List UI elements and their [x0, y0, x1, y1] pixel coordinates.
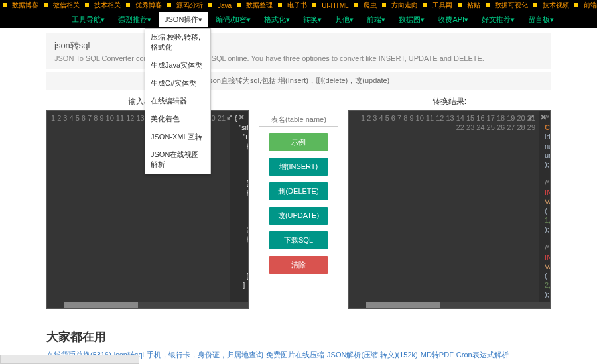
bookmark-item[interactable]: 技术视频 [543, 1, 569, 10]
bookmark-item[interactable]: 优秀博客 [135, 1, 162, 10]
scrollbar-horizontal[interactable] [64, 302, 248, 308]
bookmark-item[interactable]: 方向走向 [391, 1, 418, 10]
expand-icon[interactable]: ⤢ [528, 113, 535, 122]
page-subtitle: JSON To SQL Converter converts JSON data… [54, 54, 543, 62]
bookmark-bar: 数据博客微信相关技术相关优秀博客源码分析Java数据整理电子书UI-HTML爬虫… [0, 0, 597, 11]
close-icon[interactable]: ✕ [540, 113, 547, 122]
output-panel-title: 转换结果: [348, 96, 551, 107]
bookmark-item[interactable]: 微信相关 [53, 1, 80, 10]
popular-heading: 大家都在用 [46, 329, 551, 345]
dropdown-item[interactable]: JSON-XML互转 [145, 128, 210, 146]
nav-item[interactable]: JSON操作▾ [159, 12, 208, 27]
bookmark-item[interactable]: 电子书 [287, 1, 307, 10]
nav-item[interactable]: 收费API▾ [432, 12, 474, 27]
dropdown-item[interactable]: 生成C#实体类 [145, 74, 210, 92]
bookmark-item[interactable]: 源码分析 [176, 1, 203, 10]
update-button[interactable]: 改(UPDATE) [269, 207, 328, 225]
nav-item[interactable]: 格式化▾ [259, 12, 295, 27]
nav-item[interactable]: 强烈推荐▾ [113, 12, 157, 27]
bookmark-item[interactable]: 工具网 [432, 1, 452, 10]
nav-item[interactable]: 数据图▾ [393, 12, 430, 27]
bookmark-item[interactable]: Java [218, 2, 232, 9]
main-nav: 工具导航▾强烈推荐▾JSON操作▾编码/加密▾格式化▾转换▾其他▾前端▾数据图▾… [0, 11, 597, 28]
status-bar [0, 355, 139, 364]
page-header: json转sql JSON To SQL Converter converts … [46, 33, 551, 69]
bookmark-item[interactable]: 数据整理 [246, 1, 273, 10]
popular-link[interactable]: 免费图片在线压缩 [266, 351, 324, 359]
bookmark-item[interactable]: 前端技术 [584, 1, 597, 10]
nav-item[interactable]: 前端▾ [362, 12, 391, 27]
page-description: json直接转为sql,包括:增(Insert)，删(delete)，改(upd… [46, 72, 551, 90]
dropdown-item[interactable]: JSON在线视图解析 [145, 146, 210, 174]
close-icon[interactable]: ✕ [238, 113, 245, 122]
example-button[interactable]: 示例 [269, 133, 328, 151]
popular-link[interactable]: 手机，银行卡，身份证，归属地查询 [147, 351, 263, 359]
dropdown-item[interactable]: 生成Java实体类 [145, 56, 210, 74]
popular-link[interactable]: JSON解析(压缩|转义)(152k) [327, 351, 418, 359]
bookmark-item[interactable]: 爬虫 [364, 1, 377, 10]
dropdown-item[interactable]: 美化着色 [145, 110, 210, 128]
scrollbar-horizontal[interactable] [366, 302, 550, 308]
bookmark-item[interactable]: 数据博客 [12, 1, 38, 10]
page-title: json转sql [54, 40, 543, 52]
nav-item[interactable]: 转换▾ [298, 12, 327, 27]
dropdown-item[interactable]: 压缩,校验,转移,格式化 [145, 29, 210, 56]
dropdown-item[interactable]: 在线编辑器 [145, 92, 210, 110]
expand-icon[interactable]: ⤢ [226, 113, 233, 122]
download-button[interactable]: 下载SQL [269, 231, 328, 249]
nav-item[interactable]: 编码/加密▾ [210, 12, 256, 27]
nav-item[interactable]: 工具导航▾ [66, 12, 110, 27]
insert-button[interactable]: 增(INSERT) [269, 158, 328, 176]
delete-button[interactable]: 删(DELETE) [269, 182, 328, 200]
bookmark-item[interactable]: 粘贴 [467, 1, 480, 10]
sql-output-editor[interactable]: 1 2 3 4 5 6 7 8 9 10 11 12 13 14 15 16 1… [348, 110, 551, 309]
bookmark-item[interactable]: 技术相关 [94, 1, 121, 10]
nav-item[interactable]: 好文推荐▾ [476, 12, 520, 27]
bookmark-item[interactable]: 数据可视化 [495, 1, 528, 10]
json-dropdown: 压缩,校验,转移,格式化生成Java实体类生成C#实体类在线编辑器美化着色JSO… [145, 28, 211, 174]
bookmark-item[interactable]: UI-HTML [322, 2, 349, 9]
nav-item[interactable]: 其他▾ [330, 12, 359, 27]
popular-link[interactable]: MD转PDF [421, 351, 454, 359]
table-name-input[interactable] [259, 113, 338, 127]
popular-link[interactable]: Cron表达式解析 [456, 351, 509, 359]
clear-button[interactable]: 清除 [269, 256, 328, 274]
nav-item[interactable]: 留言板▾ [523, 12, 559, 27]
